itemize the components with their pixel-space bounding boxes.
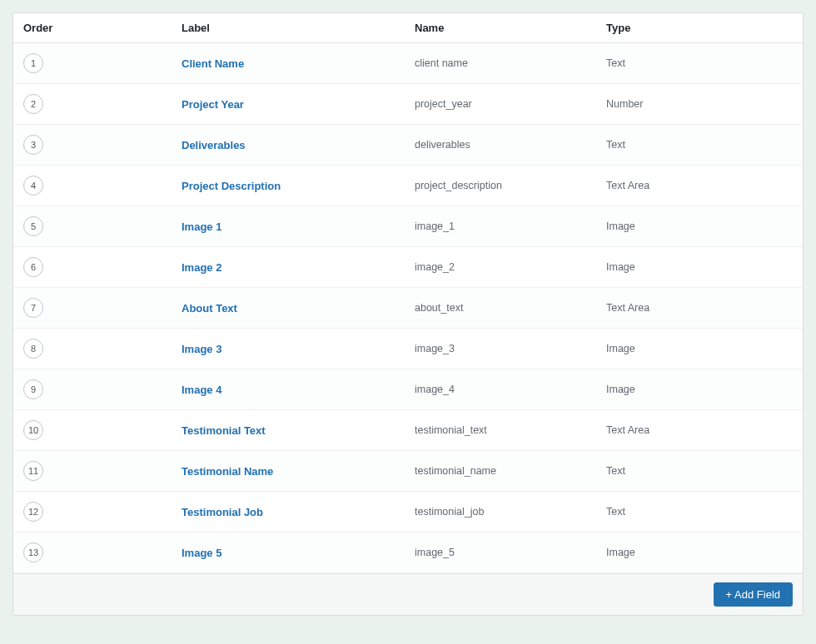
table-row[interactable]: 5Image 1image_1Image <box>13 206 803 247</box>
type-cell: Text Area <box>606 302 793 314</box>
field-label-link[interactable]: Image 3 <box>182 343 221 355</box>
label-cell: Image 5 <box>182 547 415 559</box>
label-cell: Testimonial Text <box>182 424 415 437</box>
field-label-link[interactable]: Testimonial Job <box>182 506 263 518</box>
name-cell: image_3 <box>415 343 606 354</box>
field-label-link[interactable]: Image 5 <box>182 547 221 559</box>
order-badge[interactable]: 5 <box>23 216 43 236</box>
table-row[interactable]: 7About Textabout_textText Area <box>13 288 803 329</box>
field-label-link[interactable]: Image 1 <box>182 220 221 233</box>
order-cell: 3 <box>23 135 182 155</box>
table-row[interactable]: 3DeliverablesdeliverablesText <box>13 125 803 166</box>
type-cell: Text <box>606 506 793 518</box>
order-badge[interactable]: 4 <box>23 176 43 196</box>
order-cell: 7 <box>23 298 182 318</box>
type-cell: Text Area <box>606 424 793 436</box>
header-label: Label <box>182 22 415 34</box>
label-cell: Testimonial Name <box>182 465 415 478</box>
field-label-link[interactable]: Deliverables <box>182 139 246 151</box>
label-cell: Client Name <box>182 57 415 70</box>
label-cell: About Text <box>182 302 415 315</box>
type-cell: Image <box>606 261 793 273</box>
type-cell: Text <box>606 57 793 69</box>
order-badge[interactable]: 12 <box>23 502 43 522</box>
label-cell: Testimonial Job <box>182 506 415 518</box>
table-row[interactable]: 13Image 5image_5Image <box>13 533 803 573</box>
order-badge[interactable]: 9 <box>23 379 43 399</box>
order-badge[interactable]: 8 <box>23 339 43 359</box>
order-cell: 5 <box>23 216 182 236</box>
label-cell: Project Description <box>182 180 415 192</box>
order-cell: 1 <box>23 53 182 73</box>
type-cell: Image <box>606 384 793 395</box>
label-cell: Image 4 <box>182 384 415 396</box>
name-cell: project_description <box>415 180 606 191</box>
type-cell: Image <box>606 547 793 558</box>
field-label-link[interactable]: Project Year <box>182 98 244 111</box>
header-order: Order <box>23 22 182 34</box>
rows-container: 1Client Nameclient nameText2Project Year… <box>13 43 803 573</box>
table-header: Order Label Name Type <box>13 13 803 43</box>
name-cell: testimonial_text <box>415 424 606 436</box>
order-cell: 10 <box>23 420 182 440</box>
table-row[interactable]: 9Image 4image_4Image <box>13 369 803 410</box>
label-cell: Project Year <box>182 98 415 111</box>
table-row[interactable]: 6Image 2image_2Image <box>13 247 803 288</box>
name-cell: about_text <box>415 302 606 314</box>
order-badge[interactable]: 11 <box>23 461 43 481</box>
field-label-link[interactable]: Project Description <box>182 180 281 192</box>
field-label-link[interactable]: Testimonial Name <box>182 465 273 478</box>
name-cell: image_2 <box>415 261 606 273</box>
name-cell: client name <box>415 57 606 69</box>
field-label-link[interactable]: Testimonial Text <box>182 424 266 437</box>
label-cell: Deliverables <box>182 139 415 151</box>
table-footer: + Add Field <box>13 573 803 615</box>
header-name: Name <box>415 22 606 34</box>
name-cell: image_1 <box>415 220 606 232</box>
add-field-button[interactable]: + Add Field <box>714 582 793 607</box>
order-cell: 4 <box>23 176 182 196</box>
order-cell: 8 <box>23 339 182 359</box>
table-row[interactable]: 8Image 3image_3Image <box>13 329 803 369</box>
name-cell: deliverables <box>415 139 606 151</box>
field-label-link[interactable]: Image 4 <box>182 384 221 396</box>
order-badge[interactable]: 3 <box>23 135 43 155</box>
label-cell: Image 1 <box>182 220 415 233</box>
table-row[interactable]: 1Client Nameclient nameText <box>13 43 803 84</box>
name-cell: image_4 <box>415 384 606 395</box>
table-row[interactable]: 12Testimonial Jobtestimonial_jobText <box>13 492 803 533</box>
order-cell: 9 <box>23 379 182 399</box>
table-row[interactable]: 11Testimonial Nametestimonial_nameText <box>13 451 803 492</box>
order-badge[interactable]: 13 <box>23 542 43 562</box>
order-badge[interactable]: 6 <box>23 257 43 277</box>
order-badge[interactable]: 7 <box>23 298 43 318</box>
fields-panel: Order Label Name Type 1Client Nameclient… <box>12 12 804 616</box>
field-label-link[interactable]: About Text <box>182 302 237 315</box>
field-label-link[interactable]: Client Name <box>182 57 244 70</box>
order-cell: 2 <box>23 94 182 114</box>
type-cell: Number <box>606 98 793 110</box>
field-label-link[interactable]: Image 2 <box>182 261 221 274</box>
type-cell: Text <box>606 465 793 477</box>
table-row[interactable]: 4Project Descriptionproject_descriptionT… <box>13 166 803 206</box>
order-cell: 12 <box>23 502 182 522</box>
name-cell: project_year <box>415 98 606 110</box>
order-badge[interactable]: 2 <box>23 94 43 114</box>
label-cell: Image 2 <box>182 261 415 274</box>
type-cell: Image <box>606 220 793 232</box>
table-row[interactable]: 10Testimonial Texttestimonial_textText A… <box>13 410 803 451</box>
name-cell: testimonial_name <box>415 465 606 477</box>
type-cell: Text Area <box>606 180 793 191</box>
name-cell: image_5 <box>415 547 606 558</box>
label-cell: Image 3 <box>182 343 415 355</box>
type-cell: Text <box>606 139 793 151</box>
order-cell: 13 <box>23 542 182 562</box>
order-badge[interactable]: 10 <box>23 420 43 440</box>
type-cell: Image <box>606 343 793 354</box>
order-cell: 11 <box>23 461 182 481</box>
table-row[interactable]: 2Project Yearproject_yearNumber <box>13 84 803 125</box>
order-cell: 6 <box>23 257 182 277</box>
header-type: Type <box>606 22 793 34</box>
order-badge[interactable]: 1 <box>23 53 43 73</box>
name-cell: testimonial_job <box>415 506 606 518</box>
